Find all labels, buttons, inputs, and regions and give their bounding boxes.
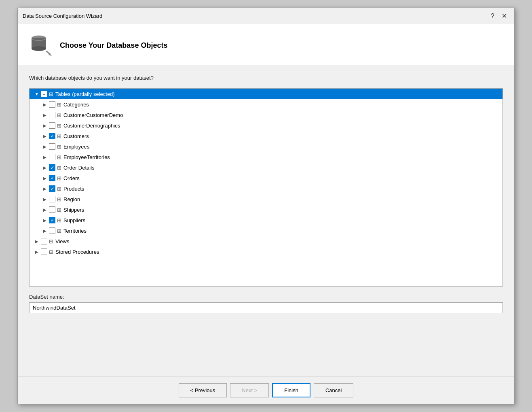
expander-territories[interactable]: ▶	[41, 227, 49, 235]
table-icon-orders: ⊞	[57, 175, 61, 181]
checkbox-orders[interactable]: ✓	[49, 175, 55, 181]
checkbox-customers[interactable]: ✓	[49, 133, 55, 139]
label-order-details: Order Details	[63, 165, 95, 171]
expander-employeeterritories[interactable]: ▶	[41, 153, 49, 161]
table-icon-employees: ⊞	[57, 144, 61, 150]
tables-icon: ⊞	[49, 91, 53, 97]
question-label: Which database objects do you want in yo…	[29, 75, 503, 81]
expander-customerdemographics[interactable]: ▶	[41, 121, 49, 130]
tree-item-tables-root[interactable]: ▼ – ⊞ Tables (partially selected)	[30, 89, 502, 99]
table-icon-shippers: ⊞	[57, 207, 61, 213]
table-icon-order-details: ⊞	[57, 165, 61, 171]
title-bar: Data Source Configuration Wizard ? ✕	[18, 8, 514, 24]
label-employeeterritories: EmployeeTerritories	[63, 154, 110, 160]
tree-item-customercustomerdemo[interactable]: ▶⊞CustomerCustomerDemo	[30, 110, 502, 120]
expander-customercustomerdemo[interactable]: ▶	[41, 111, 49, 119]
cancel-button[interactable]: Cancel	[314, 383, 353, 397]
tree-item-products[interactable]: ▶✓⊞Products	[30, 183, 502, 194]
svg-point-2	[32, 46, 46, 51]
table-icon-employeeterritories: ⊞	[57, 154, 61, 160]
checkbox-customerdemographics[interactable]	[49, 122, 55, 129]
title-bar-actions: ? ✕	[488, 11, 509, 21]
expander-stored-procedures[interactable]: ▶	[33, 248, 41, 256]
tables-root-label: Tables (partially selected)	[55, 91, 115, 97]
expander-categories[interactable]: ▶	[41, 100, 49, 108]
label-categories: Categories	[63, 102, 89, 108]
checkbox-order-details[interactable]: ✓	[49, 164, 55, 171]
header-section: Choose Your Database Objects	[18, 24, 514, 65]
label-products: Products	[63, 186, 84, 192]
tree-item-customerdemographics[interactable]: ▶⊞CustomerDemographics	[30, 120, 502, 131]
label-customerdemographics: CustomerDemographics	[63, 123, 120, 129]
expander-region[interactable]: ▶	[41, 195, 49, 203]
previous-button[interactable]: < Previous	[179, 383, 227, 397]
checkbox-region[interactable]	[49, 196, 55, 202]
finish-button[interactable]: Finish	[272, 383, 310, 397]
checkbox-stored-procedures[interactable]	[41, 248, 47, 255]
tree-item-suppliers[interactable]: ▶✓⊞Suppliers	[30, 215, 502, 225]
dataset-name-input[interactable]	[29, 302, 503, 313]
table-icon-suppliers: ⊞	[57, 217, 61, 223]
tree-item-region[interactable]: ▶⊞Region	[30, 194, 502, 204]
expander-products[interactable]: ▶	[41, 185, 49, 193]
label-employees: Employees	[63, 144, 89, 150]
checkbox-shippers[interactable]	[49, 206, 55, 213]
database-icon	[29, 34, 52, 57]
label-region: Region	[63, 196, 80, 202]
tree-item-territories[interactable]: ▶⊞Territories	[30, 225, 502, 236]
label-territories: Territories	[63, 228, 87, 234]
tree-container[interactable]: ▼ – ⊞ Tables (partially selected) ▶⊞Cate…	[29, 88, 503, 287]
expander-views[interactable]: ▶	[33, 237, 41, 245]
table-icon-products: ⊞	[57, 186, 61, 192]
dialog: Data Source Configuration Wizard ? ✕ Cho…	[17, 8, 515, 404]
tree-item-stored-procedures[interactable]: ▶ ⊞ Stored Procedures	[30, 246, 502, 257]
expander-employees[interactable]: ▶	[41, 142, 49, 151]
checkbox-products[interactable]: ✓	[49, 185, 55, 192]
tree-item-shippers[interactable]: ▶⊞Shippers	[30, 204, 502, 215]
close-button[interactable]: ✕	[499, 11, 509, 21]
help-button[interactable]: ?	[488, 11, 497, 21]
tree-item-categories[interactable]: ▶⊞Categories	[30, 99, 502, 110]
checkbox-categories[interactable]	[49, 101, 55, 108]
views-label: Views	[55, 238, 69, 244]
dataset-section: DataSet name:	[29, 294, 503, 313]
expander-suppliers[interactable]: ▶	[41, 216, 49, 224]
checkbox-employees[interactable]	[49, 143, 55, 150]
tree-item-order-details[interactable]: ▶✓⊞Order Details	[30, 162, 502, 173]
checkbox-territories[interactable]	[49, 227, 55, 234]
table-icon-region: ⊞	[57, 196, 61, 202]
table-icon-customers: ⊞	[57, 133, 61, 139]
next-button[interactable]: Next >	[230, 383, 269, 397]
label-customers: Customers	[63, 133, 89, 139]
expander-orders[interactable]: ▶	[41, 174, 49, 182]
label-shippers: Shippers	[63, 207, 84, 213]
table-icon-customerdemographics: ⊞	[57, 123, 61, 129]
table-icon-categories: ⊞	[57, 102, 61, 108]
stored-procedures-label: Stored Procedures	[55, 249, 99, 255]
expander-tables[interactable]: ▼	[33, 90, 41, 98]
footer: < Previous Next > Finish Cancel	[18, 376, 514, 404]
tree-item-views[interactable]: ▶ ⊟ Views	[30, 236, 502, 246]
checkbox-tables[interactable]: –	[41, 91, 47, 97]
table-icon-customercustomerdemo: ⊞	[57, 112, 61, 118]
expander-customers[interactable]: ▶	[41, 132, 49, 140]
checkbox-customercustomerdemo[interactable]	[49, 112, 55, 118]
label-customercustomerdemo: CustomerCustomerDemo	[63, 112, 123, 118]
expander-order-details[interactable]: ▶	[41, 164, 49, 172]
stored-procedures-icon: ⊞	[49, 249, 53, 255]
label-orders: Orders	[63, 175, 80, 181]
tree-item-customers[interactable]: ▶✓⊞Customers	[30, 131, 502, 141]
checkbox-views[interactable]	[41, 238, 47, 244]
tree-item-employeeterritories[interactable]: ▶⊞EmployeeTerritories	[30, 152, 502, 162]
expander-shippers[interactable]: ▶	[41, 206, 49, 214]
header-title: Choose Your Database Objects	[60, 41, 167, 50]
checkbox-suppliers[interactable]: ✓	[49, 217, 55, 223]
tree-item-employees[interactable]: ▶⊞Employees	[30, 141, 502, 152]
checkbox-employeeterritories[interactable]	[49, 154, 55, 160]
dataset-label: DataSet name:	[29, 294, 503, 300]
tree-item-orders[interactable]: ▶✓⊞Orders	[30, 173, 502, 183]
body-section: Which database objects do you want in yo…	[18, 65, 514, 376]
label-suppliers: Suppliers	[63, 217, 85, 223]
dialog-title: Data Source Configuration Wizard	[23, 13, 102, 19]
table-icon-territories: ⊞	[57, 228, 61, 234]
